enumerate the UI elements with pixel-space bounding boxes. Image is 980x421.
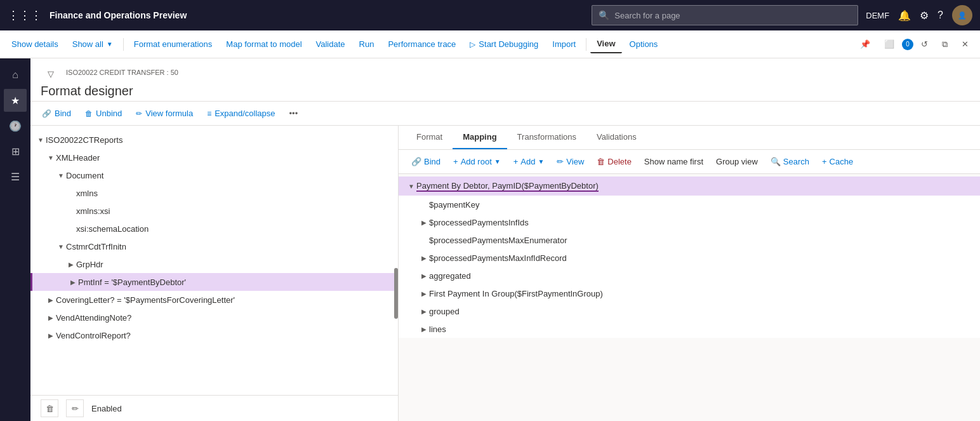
tree-item[interactable]: xsi:schemaLocation bbox=[30, 220, 398, 237]
help-icon[interactable]: ? bbox=[937, 10, 943, 21]
view-formula-button[interactable]: ✏ View formula bbox=[129, 105, 199, 121]
map-format-to-model-button[interactable]: Map format to model bbox=[220, 36, 308, 53]
workspaces-icon[interactable]: ⊞ bbox=[4, 140, 27, 163]
chevron-icon: ▶ bbox=[46, 330, 56, 340]
vertical-drag-handle[interactable] bbox=[394, 268, 398, 319]
main-layout: ⌂ ★ 🕐 ⊞ ☰ ▽ ISO20022 CREDIT TRANSFER : 5… bbox=[0, 58, 980, 421]
expand-icon[interactable]: ⬜ bbox=[878, 36, 901, 53]
import-button[interactable]: Import bbox=[546, 36, 582, 53]
mapping-item-label: $paymentKey bbox=[429, 200, 480, 210]
group-view-button[interactable]: Group view bbox=[711, 154, 763, 170]
refresh-icon[interactable]: ↺ bbox=[915, 36, 934, 53]
tab-mapping[interactable]: Mapping bbox=[453, 126, 507, 149]
tab-transformations[interactable]: Transformations bbox=[507, 126, 586, 149]
chevron-icon: ▶ bbox=[419, 306, 429, 316]
mapping-item[interactable]: ▶ lines bbox=[399, 320, 980, 338]
mapping-toolbar: 🔗 Bind + Add root ▼ + Add ▼ ✏ bbox=[399, 150, 980, 174]
app-menu-icon[interactable]: ⋮⋮⋮ bbox=[8, 8, 42, 22]
pin-icon[interactable]: 📌 bbox=[854, 36, 877, 53]
mapping-item-label: $processedPaymentsInfIds bbox=[429, 218, 529, 227]
tree-item[interactable]: xmlns:xsi bbox=[30, 202, 398, 220]
mapping-item[interactable]: ▶ grouped bbox=[399, 302, 980, 320]
tab-validations[interactable]: Validations bbox=[586, 126, 647, 149]
tree-item[interactable]: ▶ CoveringLetter? = '$PaymentsForCoverin… bbox=[30, 291, 398, 309]
mapping-item-selected[interactable]: ▼ Payment By Debtor, PaymID($PaymentByDe… bbox=[399, 177, 980, 196]
format-enumerations-button[interactable]: Format enumerations bbox=[128, 36, 219, 53]
main-content: ▽ ISO20022 CREDIT TRANSFER : 50 Format d… bbox=[30, 58, 980, 421]
tree-item[interactable]: ▼ Document bbox=[30, 166, 398, 184]
settings-icon[interactable]: ⚙ bbox=[920, 10, 929, 22]
expand-collapse-button[interactable]: ≡ Expand/collapse bbox=[201, 105, 281, 121]
link-icon: 🔗 bbox=[411, 157, 421, 166]
tree-item-selected[interactable]: ▶ PmtInf = '$PaymentByDebtor' bbox=[30, 273, 398, 291]
mapping-item-label: $processedPaymentsMaxEnumerator bbox=[429, 236, 567, 245]
view-mapping-button[interactable]: ✏ View bbox=[552, 154, 589, 170]
mapping-item[interactable]: ▶ aggregated bbox=[399, 267, 980, 284]
tree-item[interactable]: ▶ GrpHdr bbox=[30, 255, 398, 273]
run-button[interactable]: Run bbox=[353, 36, 381, 53]
chevron-down-icon: ▼ bbox=[538, 158, 544, 165]
link-icon: 🔗 bbox=[42, 109, 51, 118]
options-button[interactable]: Options bbox=[623, 36, 665, 53]
add-root-button[interactable]: + Add root ▼ bbox=[448, 154, 506, 170]
mapping-item[interactable]: $processedPaymentsMaxEnumerator bbox=[399, 231, 980, 249]
delete-mapping-button[interactable]: 🗑 Delete bbox=[592, 154, 637, 170]
expand-icon: ≡ bbox=[207, 109, 211, 118]
mapping-item-label: Payment By Debtor, PaymID($PaymentByDebt… bbox=[416, 181, 599, 192]
cache-button[interactable]: + Cache bbox=[817, 154, 858, 170]
search-icon: 🔍 bbox=[599, 10, 609, 20]
chevron-icon: ▶ bbox=[419, 324, 429, 334]
mapping-item[interactable]: ▶ First Payment In Group($FirstPaymentIn… bbox=[399, 284, 980, 302]
start-debugging-button[interactable]: ▷ Start Debugging bbox=[463, 36, 545, 53]
search-mapping-button[interactable]: 🔍 Search bbox=[765, 154, 814, 170]
show-details-button[interactable]: Show details bbox=[5, 36, 65, 53]
bind-button[interactable]: 🔗 Bind bbox=[36, 105, 77, 121]
debug-icon: ▷ bbox=[470, 40, 475, 49]
chevron-icon bbox=[419, 235, 429, 245]
chevron-icon bbox=[66, 206, 76, 216]
modules-icon[interactable]: ☰ bbox=[4, 165, 27, 188]
show-all-button[interactable]: Show all ▼ bbox=[66, 36, 119, 53]
tree-item[interactable]: ▼ XMLHeader bbox=[30, 149, 398, 166]
chevron-icon: ▶ bbox=[68, 277, 78, 287]
tree-item[interactable]: ▶ VendControlReport? bbox=[30, 326, 398, 344]
mapping-item[interactable]: ▶ $processedPaymentsMaxInfIdRecord bbox=[399, 249, 980, 267]
edit-status-icon[interactable]: ✏ bbox=[66, 399, 84, 417]
plus-icon: + bbox=[822, 157, 827, 166]
breadcrumb: ISO20022 CREDIT TRANSFER : 50 bbox=[66, 69, 178, 76]
recent-icon[interactable]: 🕐 bbox=[4, 114, 27, 137]
mapping-item[interactable]: ▶ $processedPaymentsInfIds bbox=[399, 213, 980, 231]
favorites-icon[interactable]: ★ bbox=[4, 89, 27, 112]
close-icon[interactable]: ✕ bbox=[955, 36, 975, 53]
delete-status-icon[interactable]: 🗑 bbox=[41, 399, 58, 417]
validate-button[interactable]: Validate bbox=[310, 36, 352, 53]
page-title: Format designer bbox=[41, 84, 970, 98]
main-toolbar: Show details Show all ▼ Format enumerati… bbox=[0, 30, 980, 58]
tree-panel: ▼ ISO20022CTReports ▼ XMLHeader ▼ Docume… bbox=[30, 126, 399, 421]
global-search[interactable]: 🔍 Search for a page bbox=[592, 5, 858, 25]
mapping-tab-bar: Format Mapping Transformations Validatio… bbox=[399, 126, 980, 150]
tab-format[interactable]: Format bbox=[406, 126, 453, 149]
tree-item[interactable]: ▼ ISO20022CTReports bbox=[30, 131, 398, 149]
filter-icon[interactable]: ▽ bbox=[41, 63, 61, 84]
view-button[interactable]: View bbox=[590, 35, 621, 53]
notification-icon[interactable]: 🔔 bbox=[898, 10, 911, 22]
mapping-bind-button[interactable]: 🔗 Bind bbox=[406, 154, 446, 170]
tree-item[interactable]: ▼ CstmrCdtTrfInitn bbox=[30, 237, 398, 255]
chevron-icon: ▶ bbox=[419, 217, 429, 227]
tree-item[interactable]: xmlns bbox=[30, 184, 398, 202]
plus-icon: + bbox=[453, 157, 458, 166]
tree-content: ▼ ISO20022CTReports ▼ XMLHeader ▼ Docume… bbox=[30, 126, 398, 395]
home-icon[interactable]: ⌂ bbox=[4, 63, 27, 86]
avatar[interactable]: 👤 bbox=[952, 5, 972, 25]
more-button[interactable]: ••• bbox=[283, 105, 305, 121]
performance-trace-button[interactable]: Performance trace bbox=[381, 36, 462, 53]
show-name-first-button[interactable]: Show name first bbox=[639, 154, 708, 170]
add-button[interactable]: + Add ▼ bbox=[508, 154, 550, 170]
chevron-down-icon: ▼ bbox=[494, 158, 501, 165]
unbind-button[interactable]: 🗑 Unbind bbox=[79, 105, 128, 121]
detach-icon[interactable]: ⧉ bbox=[936, 36, 954, 53]
mapping-item[interactable]: $paymentKey bbox=[399, 196, 980, 213]
tree-item[interactable]: ▶ VendAttendingNote? bbox=[30, 309, 398, 326]
chevron-icon: ▶ bbox=[419, 271, 429, 281]
